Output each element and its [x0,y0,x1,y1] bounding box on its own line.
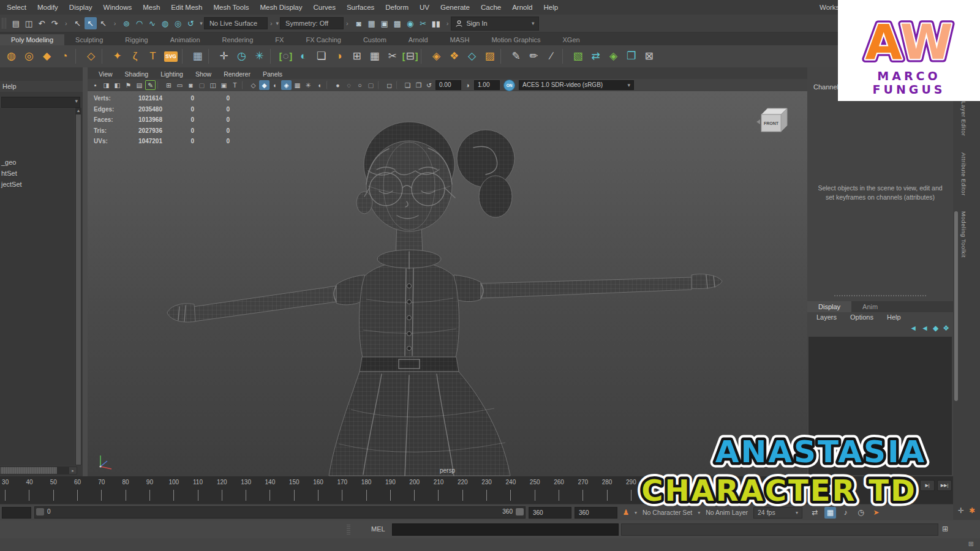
timeline-tick[interactable]: 240 [499,479,522,504]
viewport-menu-item[interactable]: Panels [257,70,288,78]
snap-projected-center-icon[interactable]: ◍ [159,17,171,29]
center-pivot-icon[interactable]: ✳ [251,47,268,66]
timeline-tick[interactable]: 270 [571,479,595,504]
timeline-tick[interactable]: 160 [306,479,330,504]
snap-grid-icon[interactable]: ⊚ [120,17,132,29]
viewport-menu-item[interactable]: Show [189,70,217,78]
go-to-end-button[interactable]: ▶▶| [937,480,952,491]
scroll-right-icon[interactable]: ▸ [69,467,77,474]
toolbar-grip[interactable] [2,18,6,29]
xray-icon[interactable]: ❏ [402,80,413,90]
timeline-tick[interactable]: 150 [282,479,306,504]
timeline-tick[interactable]: 30 [0,479,17,504]
timeline-tick[interactable]: 40 [17,479,41,504]
textured-icon[interactable]: ◐ [270,80,281,90]
menu-item[interactable]: Select [1,4,32,11]
layer-editor-tab[interactable]: Anim [851,301,889,312]
film-gate-icon[interactable]: ▭ [175,80,185,90]
grid-toggle-icon[interactable]: ⊞ [164,80,174,90]
viewport-menu-item[interactable]: Shading [119,70,155,78]
poly-type-icon[interactable]: T [144,47,162,66]
select-camera-icon[interactable]: ▪ [90,80,100,90]
timeline-tick[interactable]: 50 [42,479,66,504]
target-weld-icon[interactable]: ▧ [569,47,587,66]
scroll-up-icon[interactable]: ▲ [75,108,81,114]
multi-cut-icon[interactable]: ✂ [383,47,401,66]
animation-start-field[interactable] [2,507,31,519]
layer-editor-tab[interactable]: Display [807,301,851,312]
menu-item[interactable]: Mesh Tools [208,4,254,11]
shelf-tab[interactable]: Rigging [114,34,159,45]
anim-layer-dropdown[interactable]: No Anim Layer [703,509,750,516]
outliner-menubar[interactable]: Help [0,81,83,92]
menu-item[interactable]: Surfaces [341,4,380,11]
menu-item[interactable]: Edit Mesh [165,4,208,11]
field-chart-icon[interactable]: ◫ [208,80,218,90]
snap-view-plane-icon[interactable]: ◎ [172,17,184,29]
animation-preferences-icon[interactable]: ◷ [855,507,867,519]
pause-viewport-icon[interactable]: ▮▮ [430,17,442,29]
timeline-tick[interactable]: 210 [426,479,450,504]
shelf-tab[interactable]: MASH [439,34,481,45]
lasso-select-icon[interactable]: ◌ [277,47,295,66]
menu-item[interactable]: Mesh Display [254,4,307,11]
shelf-icon[interactable] [75,49,80,64]
shelf-tab[interactable]: Rendering [211,34,265,45]
colorspace-dropdown[interactable]: ACES 1.0 SDR-video (sRGB) ▾ [519,80,634,90]
svg-tool-icon[interactable]: SVG [164,51,178,62]
view-cube-front-label[interactable]: FRONT [764,121,779,126]
timeline-tick[interactable]: 100 [162,479,186,504]
scrollbar-thumb[interactable] [76,114,81,465]
extrude-icon[interactable]: ◈ [428,47,445,66]
perspective-viewport[interactable]: ViewShadingLightingShowRendererPanels ▪◨… [88,67,807,476]
fill-hole-icon[interactable]: ⊞ [348,47,366,66]
layer-editor-menu-item[interactable]: Layers [810,312,843,323]
timeline-tick[interactable]: 80 [113,479,137,504]
redo-icon[interactable]: ↷ [48,17,61,29]
shelf-icon[interactable] [500,49,505,64]
shaded-icon[interactable]: ◆ [259,80,270,90]
sign-in-dropdown[interactable]: Sign In ▾ [451,17,539,31]
dropdown-arrow-icon[interactable]: ▾ [275,20,281,26]
poly-torus-icon[interactable]: ◎ [20,47,38,66]
viewport-menu-item[interactable]: Renderer [217,70,257,78]
select-hierarchy-icon[interactable]: ↖ [97,17,110,29]
viewport-canvas[interactable]: Verts: 1021614 0 0 Edges: 2035480 0 0 Fa… [88,91,807,476]
shelf-tab[interactable]: Motion Graphics [480,34,551,45]
timeline-tick[interactable]: 60 [66,479,89,504]
script-editor-icon[interactable]: ⊞ [942,525,948,533]
timeline-tick[interactable]: 280 [595,479,619,504]
live-surface-field[interactable]: No Live Surface [204,17,268,29]
snap-point-icon[interactable]: ∿ [146,17,158,29]
render-current-frame-icon[interactable]: ◙ [353,17,365,29]
show-manipulator-icon[interactable]: ✛ [215,47,233,66]
xray-joints-icon[interactable]: ❐ [413,80,424,90]
layer-prev-icon[interactable]: ◄ [910,324,917,332]
quad-draw-icon[interactable]: ▨ [481,47,499,66]
shelf-tab[interactable]: Poly Modeling [0,34,64,45]
create-polygon-icon[interactable]: ✦ [108,47,126,66]
viewport-icon[interactable] [396,81,401,89]
shelf-icon[interactable] [102,49,107,64]
view-cube[interactable]: FRONT [753,105,790,141]
render-settings-icon[interactable]: ▣ [379,17,391,29]
fps-dropdown[interactable]: 24 fps ▾ [753,507,802,519]
expand-arrow-icon[interactable]: › [268,20,275,27]
default-material-icon[interactable]: ▦ [292,80,303,90]
menu-item[interactable]: Curves [307,4,341,11]
help-line-icon[interactable]: ⊞ [968,540,974,548]
create-layer-from-selected-icon[interactable]: ❖ [943,324,949,332]
modeling-toolkit-icon[interactable]: ▦ [189,47,206,66]
wireframe-icon[interactable]: ◇ [248,80,258,90]
shelf-tab[interactable]: Animation [159,34,211,45]
boolean-icon[interactable]: ◑ [330,47,348,66]
shelf-icon[interactable] [562,49,567,64]
range-slider[interactable]: 0 360 [34,506,526,519]
safe-title-icon[interactable]: T [230,80,240,90]
symmetrize-icon[interactable]: ◈ [605,47,622,66]
view-cube-left-arrow[interactable] [756,119,760,124]
chevron-down-icon[interactable]: ▾ [635,510,637,515]
sculpt-tool-icon[interactable]: ✏ [525,47,543,66]
command-input-field[interactable] [392,523,619,536]
transfer-attributes-icon[interactable]: ⊠ [640,47,658,66]
